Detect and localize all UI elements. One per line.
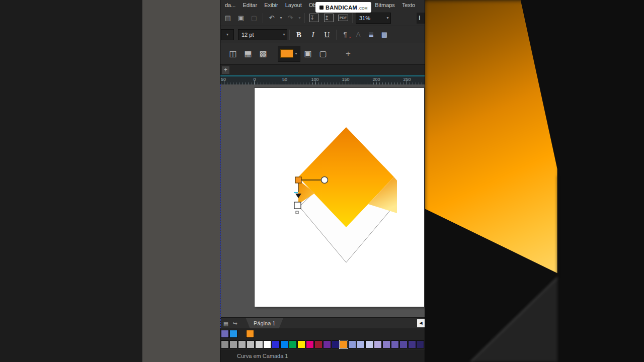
- italic-button[interactable]: I: [306, 29, 320, 41]
- palette-swatch[interactable]: [289, 340, 297, 348]
- bandicam-watermark: BANDICAM .COM: [315, 2, 371, 13]
- drop-cap-icon[interactable]: ▤: [378, 29, 391, 40]
- font-list-dropdown[interactable]: ▾: [221, 29, 234, 40]
- palette-swatch[interactable]: [246, 330, 254, 338]
- fill-color-picker[interactable]: ▾: [278, 46, 300, 62]
- bold-button[interactable]: B: [292, 29, 306, 41]
- palette-swatch[interactable]: [263, 340, 271, 348]
- document-tab-bar: +: [220, 64, 425, 75]
- undo-icon[interactable]: ↶: [265, 13, 278, 24]
- paste-special-icon[interactable]: ▢: [248, 13, 261, 24]
- font-size-value: 12 pt: [242, 32, 254, 38]
- palette-swatch[interactable]: [221, 330, 229, 338]
- menu-item-texto[interactable]: Texto: [398, 2, 419, 8]
- palette-swatch[interactable]: [221, 340, 229, 348]
- toolbar-separator: [352, 13, 353, 23]
- grid-layout-icon[interactable]: ▦: [240, 47, 256, 60]
- palette-swatch[interactable]: [365, 340, 373, 348]
- palette-swatch[interactable]: [306, 340, 314, 348]
- watermark-suffix: .COM: [358, 7, 367, 10]
- ruler-label-150: 150: [342, 77, 349, 82]
- ruler-label-200: 200: [372, 77, 380, 82]
- palette-swatch[interactable]: [374, 340, 382, 348]
- two-column-layout-icon[interactable]: ◫: [225, 47, 240, 60]
- font-size-select[interactable]: 12 pt ▾: [238, 29, 287, 40]
- screen: da...EditarExibirLayoutObjetoBitmapsText…: [0, 0, 644, 362]
- palette-swatch[interactable]: [340, 340, 348, 348]
- background-left-strip: [142, 0, 220, 362]
- bullet-list-icon[interactable]: ≣: [365, 29, 378, 40]
- ruler-label-0: 0: [253, 77, 256, 82]
- paste-icon[interactable]: ▤: [221, 13, 234, 24]
- ruler-label-100: 100: [311, 77, 318, 82]
- blurred-artwork-lines: [424, 0, 644, 362]
- background-right: [424, 0, 644, 362]
- menu-item-layout[interactable]: Layout: [282, 2, 305, 8]
- palette-swatch[interactable]: [391, 340, 399, 348]
- bandicam-logo-icon: [319, 6, 324, 10]
- edge-tool-icon[interactable]: I: [417, 13, 425, 24]
- palette-swatch[interactable]: [332, 340, 340, 348]
- undo-dropdown-arrow[interactable]: ▾: [278, 16, 284, 20]
- text-format-group: ¶×A≣▤: [339, 29, 391, 40]
- status-bar: Curva em Camada 1: [220, 350, 425, 362]
- toolbar-separator: [289, 30, 290, 40]
- redo-icon[interactable]: ↷: [284, 13, 297, 24]
- palette-swatch[interactable]: [314, 340, 323, 348]
- status-text: Curva em Camada 1: [237, 353, 288, 359]
- menu-item-editar[interactable]: Editar: [239, 2, 261, 8]
- copy-attributes-icon[interactable]: ▣: [300, 47, 315, 60]
- palette-swatch[interactable]: [280, 340, 288, 348]
- palette-swatch[interactable]: [229, 330, 237, 338]
- zoom-level-select[interactable]: 31% ▾: [356, 13, 391, 24]
- import-icon[interactable]: ↧: [309, 14, 319, 22]
- palette-swatch[interactable]: [247, 340, 255, 348]
- fill-dropdown-arrow: ▾: [293, 51, 299, 56]
- character-formatting-icon[interactable]: A: [352, 29, 365, 40]
- palette-swatch[interactable]: [255, 340, 263, 348]
- object-group: ▣▢: [300, 47, 331, 60]
- text-toolbar: ▾ 12 pt ▾ B I U ¶×A≣▤: [220, 26, 425, 43]
- app-window: da...EditarExibirLayoutObjetoBitmapsText…: [220, 0, 425, 362]
- palette-swatch[interactable]: [272, 340, 280, 348]
- color-palette: [220, 339, 425, 350]
- palette-swatch[interactable]: [348, 340, 356, 348]
- copy-icon[interactable]: ▣: [234, 13, 248, 24]
- export-icon[interactable]: ↥: [324, 14, 334, 22]
- toolbar-separator: [336, 30, 337, 40]
- font-size-arrow: ▾: [281, 32, 287, 37]
- menu-item-bitmaps[interactable]: Bitmaps: [371, 2, 398, 8]
- menu-item-exibir[interactable]: Exibir: [261, 2, 282, 8]
- ruler-label-250: 250: [403, 77, 411, 82]
- property-bar: ◫▦▩ ▾ ▣▢ +: [220, 43, 425, 64]
- palette-swatch[interactable]: [382, 340, 390, 348]
- underline-button[interactable]: U: [320, 29, 334, 41]
- palette-swatch[interactable]: [399, 340, 408, 348]
- redo-dropdown-arrow[interactable]: ▾: [297, 16, 302, 20]
- font-list-arrow: ▾: [225, 32, 230, 37]
- document-palette: [220, 328, 425, 339]
- background-left: [0, 0, 220, 362]
- hatch-fill-icon[interactable]: ▩: [256, 47, 271, 60]
- clipboard-group: ▤▣▢: [221, 13, 261, 24]
- fill-color-swatch: [280, 49, 293, 58]
- send-to-page-icon[interactable]: ▢: [315, 47, 331, 60]
- vertical-guideline[interactable]: [220, 84, 425, 328]
- horizontal-ruler[interactable]: 50050100150200250: [220, 75, 425, 84]
- layout-group: ◫▦▩: [225, 47, 271, 60]
- ruler-label-50: 50: [282, 77, 287, 82]
- menu-item-da[interactable]: da...: [221, 2, 239, 8]
- palette-swatch[interactable]: [357, 340, 365, 348]
- palette-swatch[interactable]: [408, 340, 416, 348]
- palette-swatch[interactable]: [323, 340, 331, 348]
- add-property-button[interactable]: +: [346, 49, 351, 59]
- palette-swatch[interactable]: [238, 340, 246, 348]
- palette-swatch[interactable]: [297, 340, 305, 348]
- new-document-tab-button[interactable]: +: [222, 66, 229, 74]
- text-direction-icon[interactable]: ¶×: [339, 29, 352, 40]
- watermark-brand: BANDICAM: [326, 5, 357, 11]
- palette-swatch[interactable]: [229, 340, 237, 348]
- palette-swatch[interactable]: [416, 340, 424, 348]
- publish-pdf-icon[interactable]: PDF: [338, 15, 348, 21]
- zoom-level-value: 31%: [359, 15, 370, 21]
